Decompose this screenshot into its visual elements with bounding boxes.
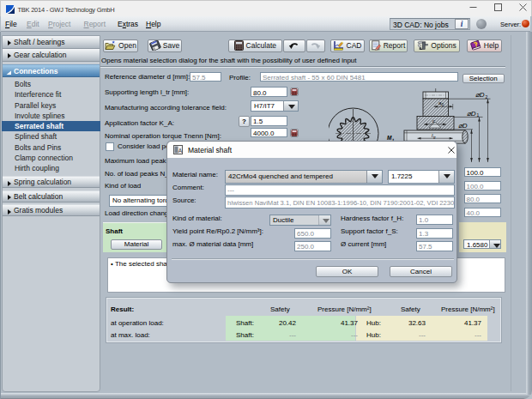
svg-text:M: M — [387, 135, 392, 141]
svg-text:1: 1 — [477, 112, 480, 118]
svg-text:A: A — [178, 148, 183, 154]
svg-text:⌀D: ⌀D — [458, 122, 468, 130]
svg-text:2: 2 — [486, 94, 488, 100]
svg-text:c: c — [432, 118, 435, 124]
svg-text:⌀D: ⌀D — [475, 91, 485, 99]
svg-text:⌀D: ⌀D — [467, 110, 476, 118]
